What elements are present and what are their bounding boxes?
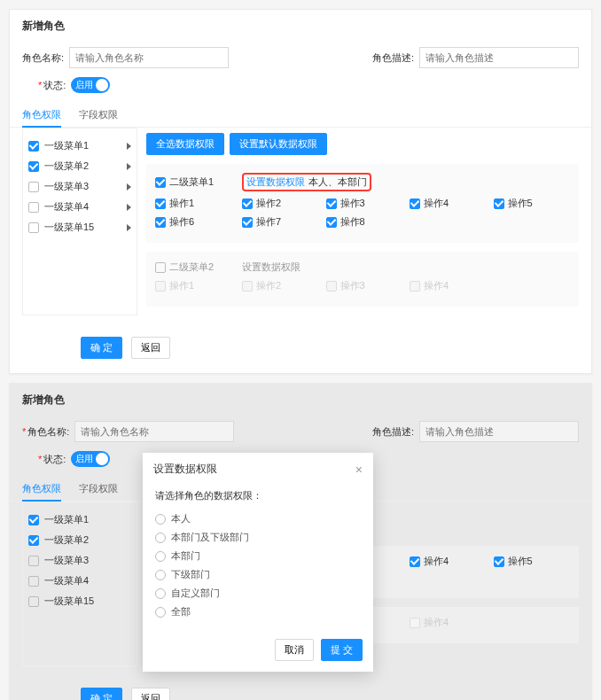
role-desc-label: 角色描述: — [372, 51, 414, 65]
checkbox-icon[interactable] — [242, 217, 253, 228]
checkbox-icon[interactable] — [28, 515, 39, 525]
radio-option-5[interactable]: 全部 — [155, 603, 361, 621]
checkbox-icon — [155, 281, 166, 292]
radio-option-0[interactable]: 本人 — [155, 509, 361, 528]
radio-icon — [155, 533, 166, 543]
role-name-input[interactable] — [74, 421, 234, 442]
checkbox-icon[interactable] — [28, 596, 39, 607]
set-default-data-perm-button[interactable]: 设置默认数据权限 — [230, 133, 327, 155]
checkbox-icon[interactable] — [28, 161, 39, 172]
radio-option-4[interactable]: 自定义部门 — [155, 584, 361, 603]
op-row-2: 操作6 操作7 操作8 — [155, 215, 570, 229]
checkbox-icon[interactable] — [28, 141, 39, 152]
menu-label: 一级菜单1 — [44, 139, 89, 152]
radio-option-3[interactable]: 下级部门 — [155, 565, 361, 584]
modal-header: 设置数据权限 × — [143, 453, 373, 486]
checkbox-icon[interactable] — [326, 198, 337, 209]
cancel-button[interactable]: 取消 — [275, 639, 314, 661]
form-row-status: 状态: 启用 — [10, 73, 591, 97]
menu-item-2[interactable]: 一级菜单2 — [28, 530, 131, 550]
menu-item-5[interactable]: 一级菜单15 — [28, 217, 131, 237]
op-cell: 操作4 — [410, 555, 487, 568]
checkbox-icon[interactable] — [28, 576, 39, 587]
back-button[interactable]: 返回 — [131, 337, 170, 359]
menu-item-5[interactable]: 一级菜单15 — [28, 591, 131, 611]
tab-field-perm[interactable]: 字段权限 — [79, 103, 118, 127]
status-switch[interactable]: 启用 — [71, 451, 110, 467]
action-buttons: 全选数据权限 设置默认数据权限 — [146, 133, 579, 155]
op-cell-disabled: 操作3 — [326, 279, 403, 292]
chevron-right-icon — [127, 163, 131, 170]
role-name-label: 角色名称: — [22, 51, 64, 65]
permission-detail: 全选数据权限 设置默认数据权限 二级菜单1 设置数据权限 本人、本部门 操作1 … — [146, 128, 579, 315]
checkbox-icon[interactable] — [28, 222, 39, 233]
checkbox-icon[interactable] — [494, 198, 504, 209]
submenu-head-2: 二级菜单2 — [155, 261, 235, 274]
submenu-group-2: 二级菜单2 设置数据权限 操作1 操作2 操作3 操作4 — [146, 252, 579, 307]
panel-title: 新增角色 — [10, 10, 591, 43]
submenu-head: 二级菜单1 — [155, 175, 235, 189]
role-desc-input[interactable] — [419, 421, 579, 442]
checkbox-icon[interactable] — [242, 198, 253, 209]
set-data-perm-disabled: 设置数据权限 — [242, 261, 570, 274]
modal-footer: 取消 提 交 — [143, 632, 373, 672]
tab-role-perm[interactable]: 角色权限 — [22, 477, 61, 501]
role-name-input[interactable] — [69, 47, 229, 68]
field-role-desc: 角色描述: — [372, 47, 579, 68]
op-cell: 操作7 — [242, 215, 319, 229]
op-cell-disabled: 操作4 — [410, 616, 487, 629]
role-desc-label: 角色描述: — [372, 425, 414, 439]
menu-label: 一级菜单15 — [44, 221, 94, 234]
set-data-perm-link[interactable]: 设置数据权限 — [246, 175, 305, 189]
checkbox-icon[interactable] — [410, 198, 420, 209]
checkbox-icon[interactable] — [410, 556, 420, 567]
checkbox-icon[interactable] — [28, 202, 39, 213]
role-desc-input[interactable] — [419, 47, 579, 68]
checkbox-icon — [410, 618, 420, 628]
field-status: 状态: 启用 — [38, 451, 110, 467]
op-cell-disabled: 操作4 — [410, 279, 487, 292]
footer-buttons: 确 定 返回 — [10, 328, 591, 373]
select-all-data-perm-button[interactable]: 全选数据权限 — [146, 133, 224, 155]
menu-item-3[interactable]: 一级菜单3 — [28, 176, 131, 197]
tab-field-perm[interactable]: 字段权限 — [79, 477, 118, 501]
menu-item-3[interactable]: 一级菜单3 — [28, 550, 131, 571]
radio-option-1[interactable]: 本部门及下级部门 — [155, 528, 361, 547]
data-perm-value: 本人、本部门 — [308, 175, 367, 189]
checkbox-icon — [242, 281, 253, 292]
checkbox-icon[interactable] — [155, 177, 166, 188]
menu-item-1[interactable]: 一级菜单1 — [28, 509, 131, 530]
op-cell: 操作6 — [155, 215, 235, 229]
close-icon[interactable]: × — [355, 463, 363, 477]
radio-icon — [155, 551, 166, 562]
switch-knob — [96, 453, 108, 465]
op-cell: 操作2 — [242, 197, 319, 210]
submenu-row-head: 二级菜单1 设置数据权限 本人、本部门 — [155, 173, 570, 191]
menu-item-2[interactable]: 一级菜单2 — [28, 156, 131, 176]
back-button[interactable]: 返回 — [131, 688, 170, 700]
radio-option-2[interactable]: 本部门 — [155, 547, 361, 565]
menu-item-4[interactable]: 一级菜单4 — [28, 197, 131, 217]
menu-item-1[interactable]: 一级菜单1 — [28, 136, 131, 156]
checkbox-icon[interactable] — [28, 556, 39, 566]
checkbox-icon[interactable] — [155, 198, 166, 209]
checkbox-icon — [326, 281, 337, 292]
checkbox-icon[interactable] — [494, 556, 504, 567]
highlight-box: 设置数据权限 本人、本部门 — [242, 173, 371, 191]
checkbox-icon[interactable] — [326, 217, 337, 228]
checkbox-icon[interactable] — [28, 182, 39, 192]
status-switch[interactable]: 启用 — [71, 77, 110, 93]
modal-body: 请选择角色的数据权限： 本人 本部门及下级部门 本部门 下级部门 自定义部门 全… — [143, 486, 373, 632]
menu-label: 一级菜单3 — [44, 180, 89, 193]
submenu-group-1: 二级菜单1 设置数据权限 本人、本部门 操作1 操作2 操作3 操作4 操作5 — [146, 164, 579, 243]
status-label: 状态: — [38, 79, 66, 92]
checkbox-icon[interactable] — [28, 535, 39, 546]
menu-item-4[interactable]: 一级菜单4 — [28, 571, 131, 591]
ok-button[interactable]: 确 定 — [81, 688, 122, 700]
ok-button[interactable]: 确 定 — [81, 337, 122, 359]
checkbox-icon[interactable] — [155, 217, 166, 228]
submit-button[interactable]: 提 交 — [321, 639, 363, 661]
data-perm-cell: 设置数据权限 本人、本部门 — [242, 173, 570, 191]
tab-role-perm[interactable]: 角色权限 — [22, 103, 61, 127]
checkbox-icon[interactable] — [155, 262, 166, 273]
